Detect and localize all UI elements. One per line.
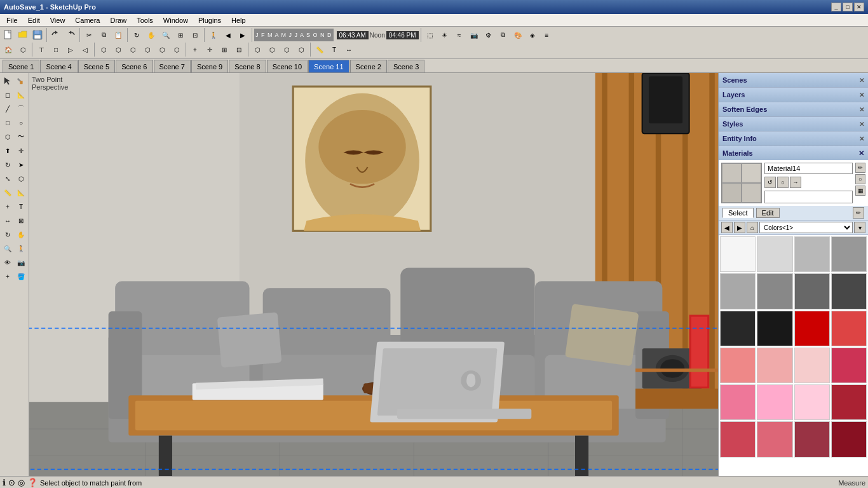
section-plane-tool[interactable]: ⊠: [15, 214, 27, 227]
pan-btn[interactable]: ✋: [144, 28, 158, 42]
viewport[interactable]: Two Point Perspective: [29, 73, 718, 476]
tab-scene2[interactable]: Scene 2: [350, 60, 387, 72]
freehand-tool[interactable]: 〜: [15, 130, 27, 143]
tab-scene8[interactable]: Scene 8: [229, 60, 266, 72]
eraser-tool[interactable]: ◻: [1, 88, 14, 101]
scenes-close[interactable]: ✕: [859, 77, 864, 84]
maximize-btn[interactable]: □: [843, 3, 853, 11]
line-tool[interactable]: ╱: [1, 102, 14, 115]
layers-close[interactable]: ✕: [859, 92, 864, 98]
nav-back-btn[interactable]: ◀: [721, 222, 733, 233]
materials-close[interactable]: ✕: [858, 149, 864, 158]
color-swatch[interactable]: [720, 348, 756, 383]
color-swatch[interactable]: [757, 273, 792, 309]
soften-edges-header[interactable]: Soften Edges ✕: [719, 102, 868, 116]
sandbox3-btn[interactable]: ⬡: [294, 43, 308, 57]
section-btn[interactable]: ⬚: [423, 28, 437, 42]
orbit-tool[interactable]: ↻: [1, 228, 14, 241]
dynamic-btn[interactable]: ⬡: [265, 43, 279, 57]
arc-tool[interactable]: ⌒: [15, 102, 27, 115]
next-scene[interactable]: ▶: [236, 28, 250, 42]
color-swatch[interactable]: [831, 236, 867, 272]
circle-tool[interactable]: ○: [15, 116, 27, 129]
menu-view[interactable]: View: [45, 15, 71, 25]
undo-btn[interactable]: [49, 28, 63, 42]
xray-btn[interactable]: ⬡: [97, 43, 111, 57]
paint-bucket2[interactable]: 🪣: [15, 270, 27, 283]
sandbox-btn[interactable]: ⬡: [250, 43, 264, 57]
add-scene[interactable]: +: [1, 270, 14, 283]
text-btn[interactable]: T: [327, 43, 341, 57]
color-swatch[interactable]: [831, 421, 867, 457]
color-swatch[interactable]: [757, 311, 792, 346]
text-tool[interactable]: T: [15, 200, 27, 213]
protractor-tool[interactable]: 📐: [15, 186, 27, 199]
tab-scene4[interactable]: Scene 4: [40, 60, 77, 72]
color-swatch[interactable]: [720, 236, 756, 272]
rect-tool[interactable]: □: [1, 116, 14, 129]
soften-edges-close[interactable]: ✕: [859, 106, 864, 113]
tab-scene5[interactable]: Scene 5: [78, 60, 115, 72]
color-swatch[interactable]: [831, 384, 867, 420]
edit-btn[interactable]: Edit: [756, 208, 780, 218]
position-cam[interactable]: 📷: [15, 256, 27, 269]
orbit-btn[interactable]: ↻: [130, 28, 144, 42]
house-btn[interactable]: 🏠: [1, 43, 15, 57]
mat-edit-btn[interactable]: ✏: [855, 163, 865, 173]
color-swatch[interactable]: [794, 421, 830, 457]
copy-btn[interactable]: ⧉: [97, 28, 111, 42]
material-name-input[interactable]: [764, 163, 853, 174]
follow-me-tool[interactable]: ➤: [15, 158, 27, 171]
open-btn[interactable]: [16, 28, 30, 42]
color-swatch[interactable]: [794, 273, 830, 309]
new-btn[interactable]: [1, 28, 15, 42]
tab-scene3[interactable]: Scene 3: [388, 60, 424, 72]
select-tool[interactable]: [1, 74, 14, 87]
window-controls[interactable]: _ □ ✕: [831, 3, 864, 11]
move-tool[interactable]: ✛: [15, 144, 27, 157]
color-swatch[interactable]: [720, 384, 756, 420]
push-pull-tool[interactable]: ⬆: [1, 144, 14, 157]
tab-scene1[interactable]: Scene 1: [3, 60, 39, 72]
axis-tool[interactable]: +: [1, 200, 14, 213]
materials-btn[interactable]: 🎨: [511, 28, 525, 42]
zoom-tool-btn[interactable]: 🔍: [1, 242, 14, 255]
menu-file[interactable]: File: [1, 15, 23, 25]
nav-forward-btn[interactable]: ▶: [734, 222, 745, 233]
scene-viewport[interactable]: [29, 73, 718, 476]
mat-dropper[interactable]: ✏: [853, 207, 864, 219]
styles-close[interactable]: ✕: [859, 121, 864, 128]
cut-btn[interactable]: ✂: [82, 28, 96, 42]
color-swatch[interactable]: [794, 236, 830, 272]
paste-btn[interactable]: 📋: [111, 28, 125, 42]
match-photo[interactable]: 📷: [467, 28, 481, 42]
close-btn[interactable]: ✕: [854, 3, 864, 11]
wire-btn[interactable]: ⬡: [111, 43, 125, 57]
tape-tool[interactable]: 📐: [15, 88, 27, 101]
redo-btn[interactable]: [64, 28, 78, 42]
pan-tool[interactable]: ✋: [15, 228, 27, 241]
polygon-tool[interactable]: ⬡: [1, 130, 14, 143]
dim-tool[interactable]: ↔: [1, 214, 14, 227]
rotate-tool[interactable]: ↻: [1, 158, 14, 171]
scenes-header[interactable]: Scenes ✕: [719, 73, 868, 87]
axes-btn[interactable]: +: [188, 43, 202, 57]
menu-window[interactable]: Window: [158, 15, 193, 25]
guides-btn[interactable]: ✛: [203, 43, 217, 57]
walk-btn[interactable]: 🚶: [207, 28, 220, 42]
settings-btn[interactable]: ⚙: [482, 28, 496, 42]
color-swatch[interactable]: [720, 421, 756, 457]
shaded-btn[interactable]: ⬡: [140, 43, 154, 57]
color-swatch[interactable]: [831, 311, 867, 346]
color-swatch[interactable]: [831, 273, 867, 309]
minimize-btn[interactable]: _: [831, 3, 841, 11]
tab-scene10[interactable]: Scene 10: [267, 60, 308, 72]
materials-header[interactable]: Materials ✕: [719, 146, 868, 160]
monochrome-btn[interactable]: ⬡: [170, 43, 184, 57]
materials-dropdown[interactable]: Colors<1>: [759, 222, 853, 233]
tape-measure[interactable]: 📏: [1, 186, 14, 199]
look-around[interactable]: 👁: [1, 256, 14, 269]
mat-arrow-btn[interactable]: →: [790, 177, 801, 188]
offset-tool[interactable]: ⬡: [15, 172, 27, 185]
right-btn[interactable]: ▷: [64, 43, 78, 57]
